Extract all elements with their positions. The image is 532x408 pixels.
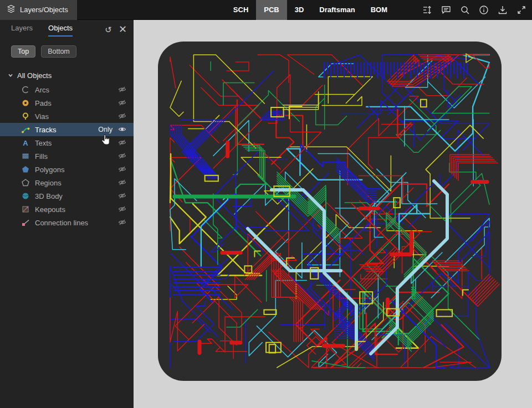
keepouts-icon [21, 205, 30, 214]
tab-3d[interactable]: 3D [287, 0, 312, 20]
pcb-canvas[interactable] [134, 20, 532, 408]
pcb-board-svg [158, 42, 502, 381]
regions-icon [21, 178, 30, 187]
visibility-off-icon[interactable] [118, 178, 127, 187]
object-label: Texts [35, 139, 52, 147]
visibility-off-icon[interactable] [118, 205, 127, 214]
tab-pcb[interactable]: PCB [256, 0, 287, 20]
texts-icon: A [21, 138, 30, 147]
object-label: Connection lines [35, 219, 88, 227]
object-label: 3D Body [35, 192, 63, 200]
object-row-pads[interactable]: Pads [0, 96, 134, 110]
object-row-connection-lines[interactable]: Connection lines [0, 216, 134, 229]
only-button[interactable]: Only [98, 126, 112, 133]
object-row-3d-body[interactable]: 3D Body [0, 189, 134, 203]
arcs-icon [21, 85, 30, 94]
layers-objects-panel-toggle[interactable]: Layers/Objects [0, 0, 77, 20]
pads-icon [21, 99, 30, 107]
visibility-off-icon[interactable] [118, 112, 127, 121]
panel-tabs: Layers Objects ↺ ✕ [0, 20, 134, 37]
tab-layers[interactable]: Layers [11, 24, 33, 37]
object-row-polygons[interactable]: Polygons [0, 163, 134, 176]
layers-objects-panel: Layers Objects ↺ ✕ Top Bottom All Object… [0, 20, 134, 408]
visibility-off-icon[interactable] [118, 99, 127, 107]
layer-side-buttons: Top Bottom [0, 37, 134, 69]
3d-body-icon [21, 192, 30, 200]
visibility-off-icon[interactable] [118, 138, 127, 147]
visibility-off-icon[interactable] [118, 218, 127, 227]
top-layer-button[interactable]: Top [11, 45, 35, 58]
download-icon[interactable] [495, 2, 510, 17]
vias-icon [21, 112, 30, 121]
tab-draftsman[interactable]: Draftsman [311, 0, 362, 20]
object-label: Vias [35, 112, 49, 121]
panel-toggle-label: Layers/Objects [20, 6, 68, 14]
visibility-off-icon[interactable] [118, 85, 127, 94]
object-list: Arcs Pads [0, 83, 134, 229]
object-label: Keepouts [35, 205, 65, 214]
all-objects-label: All Objects [17, 71, 52, 80]
comment-icon[interactable] [438, 2, 453, 17]
visibility-off-icon[interactable] [118, 165, 127, 174]
visibility-off-icon[interactable] [118, 192, 127, 200]
object-row-vias[interactable]: Vias [0, 110, 134, 123]
tab-objects[interactable]: Objects [48, 24, 73, 37]
document-tabs: SCH PCB 3D Draftsman BOM [226, 0, 395, 20]
topbar: Layers/Objects SCH PCB 3D Draftsman BOM [0, 0, 532, 20]
layers-icon [7, 4, 16, 15]
search-icon[interactable] [457, 2, 472, 17]
object-row-fills[interactable]: Fills [0, 149, 134, 163]
tab-sch[interactable]: SCH [226, 0, 256, 20]
info-icon[interactable] [476, 2, 491, 17]
object-label: Fills [35, 152, 48, 161]
all-objects-group[interactable]: All Objects [0, 69, 134, 83]
object-label: Regions [35, 179, 62, 187]
main-content: Layers Objects ↺ ✕ Top Bottom All Object… [0, 20, 532, 408]
object-label: Arcs [35, 86, 49, 94]
svg-text:A: A [23, 139, 28, 147]
object-row-keepouts[interactable]: Keepouts [0, 203, 134, 216]
topbar-icons [420, 2, 529, 17]
object-row-arcs[interactable]: Arcs [0, 83, 134, 96]
object-row-tracks[interactable]: Tracks Only [0, 123, 134, 136]
bottom-layer-button[interactable]: Bottom [41, 45, 76, 58]
chevron-down-icon [8, 71, 13, 80]
tab-bom[interactable]: BOM [363, 0, 395, 20]
refresh-icon[interactable]: ↺ [105, 25, 112, 34]
object-label: Tracks [35, 126, 57, 134]
app-window: Layers/Objects SCH PCB 3D Draftsman BOM [0, 0, 532, 408]
visibility-off-icon[interactable] [118, 152, 127, 161]
close-panel-icon[interactable]: ✕ [119, 24, 127, 34]
connection-lines-icon [21, 218, 30, 227]
fullscreen-icon[interactable] [514, 2, 529, 17]
object-row-texts[interactable]: A Texts [0, 136, 134, 149]
object-label: Polygons [35, 166, 64, 174]
text-height-icon[interactable] [420, 2, 434, 17]
object-row-regions[interactable]: Regions [0, 176, 134, 189]
object-label: Pads [35, 99, 52, 107]
polygons-icon [21, 165, 30, 174]
fills-icon [21, 152, 30, 161]
pcb-board[interactable] [158, 42, 502, 381]
tracks-icon [21, 125, 30, 134]
visibility-on-icon[interactable] [118, 125, 127, 134]
